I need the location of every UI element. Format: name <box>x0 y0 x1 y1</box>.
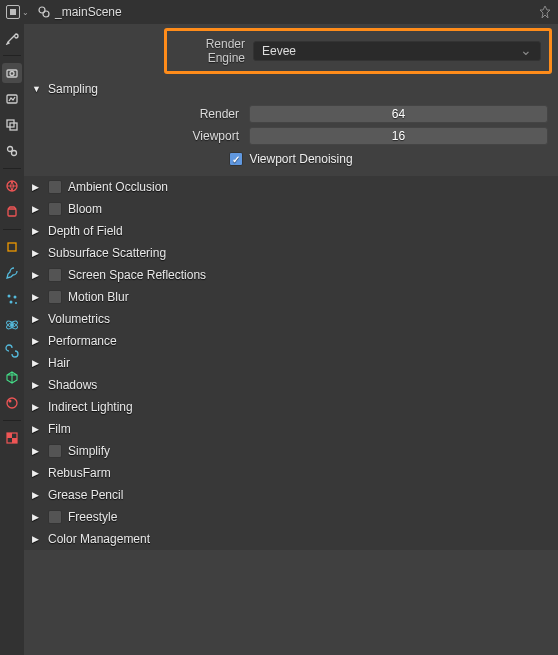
panel-ambient-occlusion: ▶Ambient Occlusion <box>24 176 558 198</box>
svg-rect-22 <box>7 433 12 438</box>
svg-point-14 <box>10 301 13 304</box>
render-icon[interactable] <box>2 63 22 83</box>
physics-icon[interactable] <box>2 315 22 335</box>
collection-icon[interactable] <box>2 202 22 222</box>
panel-subsurface-scattering: ▶Subsurface Scattering <box>24 242 558 264</box>
panel-bloom: ▶Bloom <box>24 198 558 220</box>
panel-header[interactable]: ▶RebusFarm <box>24 462 558 484</box>
panel-checkbox[interactable] <box>48 444 62 458</box>
panel-label: Screen Space Reflections <box>68 268 206 282</box>
svg-point-1 <box>43 11 49 17</box>
particle-icon[interactable] <box>2 289 22 309</box>
render-samples-input[interactable]: 64 <box>249 105 548 123</box>
panel-checkbox[interactable] <box>48 510 62 524</box>
panel-label: Color Management <box>48 532 150 546</box>
panel-screen-space-reflections: ▶Screen Space Reflections <box>24 264 558 286</box>
disclosure-right-icon: ▶ <box>32 182 42 192</box>
panel-depth-of-field: ▶Depth of Field <box>24 220 558 242</box>
panel-label: Film <box>48 422 71 436</box>
material-icon[interactable] <box>2 393 22 413</box>
render-engine-highlight: Render Engine Eevee <box>164 28 552 74</box>
panel-label: Indirect Lighting <box>48 400 133 414</box>
panel-label: Motion Blur <box>68 290 129 304</box>
panel-checkbox[interactable] <box>48 290 62 304</box>
panel-checkbox[interactable] <box>48 268 62 282</box>
disclosure-right-icon: ▶ <box>32 248 42 258</box>
output-icon[interactable] <box>2 89 22 109</box>
panel-header[interactable]: ▶Screen Space Reflections <box>24 264 558 286</box>
svg-point-15 <box>15 302 17 304</box>
panel-label: Hair <box>48 356 70 370</box>
panel-header[interactable]: ▶Shadows <box>24 374 558 396</box>
svg-point-19 <box>7 398 17 408</box>
header-bar: ⌄ _mainScene <box>0 0 558 24</box>
panel-header[interactable]: ▶Freestyle <box>24 506 558 528</box>
panel-header[interactable]: ▶Subsurface Scattering <box>24 242 558 264</box>
disclosure-right-icon: ▶ <box>32 402 42 412</box>
panel-label: Simplify <box>68 444 110 458</box>
panel-label: Depth of Field <box>48 224 123 238</box>
disclosure-right-icon: ▶ <box>32 534 42 544</box>
panel-header[interactable]: ▶Performance <box>24 330 558 352</box>
panel-hair: ▶Hair <box>24 352 558 374</box>
scene-icon[interactable] <box>2 141 22 161</box>
panel-header[interactable]: ▶Simplify <box>24 440 558 462</box>
panel-header[interactable]: ▶Indirect Lighting <box>24 396 558 418</box>
panel-performance: ▶Performance <box>24 330 558 352</box>
panel-label: Ambient Occlusion <box>68 180 168 194</box>
render-engine-value: Eevee <box>262 44 296 58</box>
render-samples-label: Render <box>34 107 249 121</box>
texture-icon[interactable] <box>2 428 22 448</box>
panel-header[interactable]: ▶Film <box>24 418 558 440</box>
panel-volumetrics: ▶Volumetrics <box>24 308 558 330</box>
sidebar-divider <box>3 229 21 230</box>
pin-icon[interactable] <box>538 5 552 19</box>
disclosure-right-icon: ▶ <box>32 270 42 280</box>
disclosure-right-icon: ▶ <box>32 380 42 390</box>
tool-icon[interactable] <box>2 28 22 48</box>
disclosure-right-icon: ▶ <box>32 468 42 478</box>
viewport-samples-input[interactable]: 16 <box>249 127 548 145</box>
render-engine-select[interactable]: Eevee <box>253 41 541 61</box>
disclosure-right-icon: ▶ <box>32 204 42 214</box>
panel-header[interactable]: ▶Depth of Field <box>24 220 558 242</box>
disclosure-right-icon: ▶ <box>32 424 42 434</box>
world-icon[interactable] <box>2 176 22 196</box>
disclosure-right-icon: ▶ <box>32 292 42 302</box>
disclosure-right-icon: ▶ <box>32 358 42 368</box>
disclosure-right-icon: ▶ <box>32 226 42 236</box>
viewlayer-icon[interactable] <box>2 115 22 135</box>
viewport-denoising-label: Viewport Denoising <box>249 152 352 166</box>
constraint-icon[interactable] <box>2 341 22 361</box>
scene-datablock-icon <box>37 5 51 19</box>
properties-tab-sidebar <box>0 24 24 655</box>
panel-label: Grease Pencil <box>48 488 123 502</box>
sampling-panel: ▼ Sampling Render 64 Viewport 16 Viewpor… <box>24 78 558 176</box>
disclosure-right-icon: ▶ <box>32 490 42 500</box>
panel-freestyle: ▶Freestyle <box>24 506 558 528</box>
svg-point-16 <box>10 323 14 327</box>
scene-name-field[interactable]: _mainScene <box>37 5 122 19</box>
scene-name-text: _mainScene <box>55 5 122 19</box>
object-icon[interactable] <box>2 237 22 257</box>
render-engine-label: Render Engine <box>175 37 245 65</box>
panel-header[interactable]: ▶Color Management <box>24 528 558 550</box>
panel-rebusfarm: ▶RebusFarm <box>24 462 558 484</box>
mesh-icon[interactable] <box>2 367 22 387</box>
sidebar-divider <box>3 168 21 169</box>
panel-header[interactable]: ▶Volumetrics <box>24 308 558 330</box>
panel-header[interactable]: ▶Motion Blur <box>24 286 558 308</box>
viewport-denoising-checkbox[interactable] <box>229 152 243 166</box>
panel-header[interactable]: ▶Grease Pencil <box>24 484 558 506</box>
svg-point-12 <box>8 295 11 298</box>
editor-type-dropdown[interactable]: ⌄ <box>6 5 29 19</box>
sampling-header[interactable]: ▼ Sampling <box>24 78 558 100</box>
panel-checkbox[interactable] <box>48 180 62 194</box>
panel-header[interactable]: ▶Ambient Occlusion <box>24 176 558 198</box>
modifier-icon[interactable] <box>2 263 22 283</box>
panel-checkbox[interactable] <box>48 202 62 216</box>
panel-indirect-lighting: ▶Indirect Lighting <box>24 396 558 418</box>
svg-point-3 <box>10 72 14 76</box>
panel-header[interactable]: ▶Hair <box>24 352 558 374</box>
panel-header[interactable]: ▶Bloom <box>24 198 558 220</box>
